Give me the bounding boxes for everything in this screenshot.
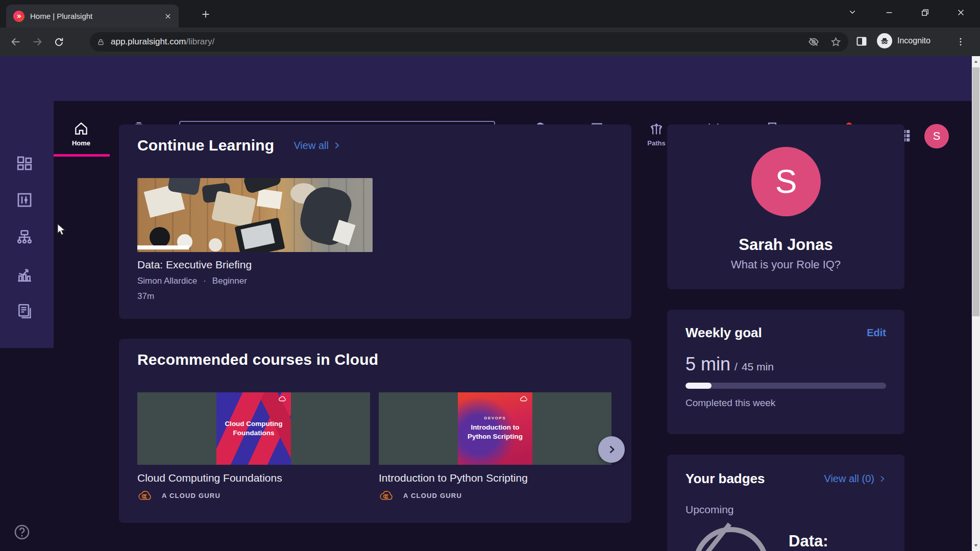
back-button[interactable] — [5, 31, 27, 53]
sidebar-analytics-icon[interactable] — [16, 266, 33, 283]
lock-icon[interactable] — [97, 38, 105, 46]
course-thumbnail[interactable] — [137, 178, 373, 252]
scrollbar-thumb[interactable] — [972, 67, 979, 316]
course-title[interactable]: Introduction to Python Scripting — [379, 472, 528, 484]
tab-search-icon[interactable] — [842, 4, 863, 20]
a-cloud-guru-icon — [137, 490, 154, 501]
badge-title: Data: — [789, 532, 828, 550]
profile-avatar[interactable]: S — [751, 147, 821, 216]
badges-view-all-link[interactable]: View all (0) — [824, 473, 886, 485]
edit-goal-link[interactable]: Edit — [867, 327, 886, 339]
forward-button[interactable] — [27, 31, 48, 53]
new-tab-button[interactable] — [200, 9, 211, 20]
paths-icon — [649, 121, 664, 136]
url-bar[interactable]: app.pluralsight.com/library/ — [90, 32, 848, 52]
tab-title: Home | Pluralsight — [30, 12, 159, 20]
recommended-title: Recommended courses in Cloud — [137, 351, 378, 368]
weekly-goal-title: Weekly goal — [685, 325, 762, 341]
upcoming-label: Upcoming — [685, 504, 734, 516]
chevron-right-icon — [606, 444, 617, 455]
badges-card: Your badges View all (0) Upcoming Data: — [667, 455, 904, 551]
photo-shape — [150, 227, 170, 247]
course-artwork: DEVOPS Introduction toPython Scripting — [458, 392, 532, 465]
browser-toolbar: app.pluralsight.com/library/ Incognito — [0, 28, 980, 56]
badge-placeholder-graphic — [693, 527, 769, 551]
user-avatar[interactable]: S — [924, 124, 949, 148]
goal-progress-fill — [685, 383, 712, 389]
help-fab-icon[interactable] — [13, 523, 31, 541]
incognito-label: Incognito — [897, 36, 930, 45]
course-title[interactable]: Cloud Computing Foundations — [137, 472, 282, 484]
browser-tab[interactable]: Home | Pluralsight — [6, 5, 179, 28]
pluralsight-favicon-icon — [13, 11, 24, 22]
badges-title: Your badges — [685, 471, 765, 487]
sidebar-documents-icon[interactable] — [16, 303, 33, 320]
goal-progress-bar — [685, 383, 886, 389]
chevron-right-icon — [333, 141, 341, 149]
home-icon — [74, 121, 89, 136]
course-provider: A CLOUD GURU — [379, 490, 462, 501]
browser-menu-icon[interactable] — [955, 34, 966, 49]
course-duration: 37m — [137, 291, 154, 302]
course-meta: Simon Allardice · Beginner — [137, 276, 247, 286]
sidebar-dashboard-icon[interactable] — [16, 155, 33, 172]
pluralsight-top-nav: Home Browse Skill IQ Certifications Path… — [0, 56, 980, 101]
cloud-icon — [520, 395, 528, 402]
meta-separator: · — [203, 276, 206, 286]
page-scrollbar[interactable] — [972, 56, 980, 551]
goal-caption: Completed this week — [685, 397, 775, 409]
course-author: Simon Allardice — [137, 276, 197, 286]
mouse-cursor — [57, 223, 68, 236]
course-title[interactable]: Data: Executive Briefing — [137, 259, 252, 271]
photo-shape — [209, 238, 222, 252]
tab-close-icon[interactable] — [164, 13, 172, 20]
photo-shape — [257, 189, 282, 209]
role-iq-link[interactable]: What is your Role IQ? — [667, 258, 904, 271]
bookmark-star-icon[interactable] — [830, 37, 841, 47]
chevron-right-icon — [878, 475, 886, 483]
scroll-up-icon[interactable] — [973, 59, 979, 65]
recommended-courses-card: Recommended courses in Cloud Cloud Compu… — [119, 339, 631, 523]
window-minimize-button[interactable] — [879, 4, 899, 20]
course-tile[interactable]: Cloud ComputingFoundations — [137, 392, 370, 465]
side-panel-icon[interactable] — [855, 35, 868, 47]
eye-off-icon[interactable] — [808, 36, 819, 47]
reload-button[interactable] — [48, 31, 69, 53]
profile-name: Sarah Jonas — [667, 236, 904, 254]
nav-item-home[interactable]: Home — [59, 121, 103, 147]
course-level: Beginner — [212, 276, 247, 286]
carousel-next-button[interactable] — [598, 436, 625, 463]
continue-learning-card: Continue Learning View all Data: Executi… — [119, 124, 631, 319]
continue-view-all-link[interactable]: View all — [293, 140, 341, 152]
sidebar-hierarchy-icon[interactable] — [16, 229, 33, 246]
course-provider: A CLOUD GURU — [137, 490, 220, 501]
url-text: app.pluralsight.com/library/ — [111, 37, 808, 47]
sidebar-skills-icon[interactable] — [16, 191, 33, 209]
window-restore-button[interactable] — [915, 4, 935, 20]
incognito-icon — [877, 33, 892, 48]
continue-learning-title: Continue Learning — [137, 137, 274, 154]
course-artwork: Cloud ComputingFoundations — [216, 392, 291, 465]
window-close-button[interactable] — [950, 4, 971, 20]
course-tile[interactable]: DEVOPS Introduction toPython Scripting — [379, 392, 611, 465]
cloud-icon — [278, 395, 287, 402]
goal-progress-text: 5 min / 45 min — [685, 354, 774, 375]
incognito-badge: Incognito — [877, 33, 930, 48]
a-cloud-guru-icon — [379, 490, 395, 501]
scroll-down-icon[interactable] — [973, 542, 979, 548]
watch-progress-bar — [137, 245, 189, 249]
browser-tabstrip: Home | Pluralsight — [0, 0, 980, 28]
active-tab-underline — [53, 154, 110, 157]
weekly-goal-card: Weekly goal Edit 5 min / 45 min Complete… — [667, 310, 904, 434]
profile-card: S Sarah Jonas What is your Role IQ? — [667, 124, 904, 289]
